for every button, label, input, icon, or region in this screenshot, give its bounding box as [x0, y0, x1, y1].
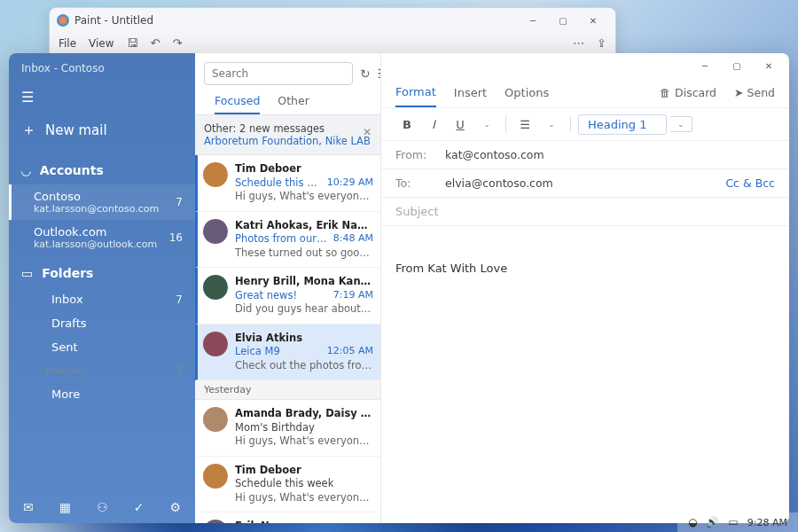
paint-menubar: File View 🖫 ↶ ↷ ⋯ ⇪	[50, 33, 615, 53]
mail-icon[interactable]: ✉	[23, 500, 34, 514]
settings-icon[interactable]: ⚙	[169, 500, 181, 514]
bold-button[interactable]: B	[395, 113, 419, 135]
account-contoso[interactable]: Contoso kat.larsson@contoso.com 7	[9, 184, 195, 220]
folders-header[interactable]: ▭ Folders	[9, 255, 195, 287]
bullets-dropdown-icon[interactable]: ⌄	[540, 113, 563, 135]
account-count: 7	[176, 196, 183, 208]
message-preview: Did you guys hear about Robin's	[235, 302, 373, 317]
message-time: 8:48 AM	[333, 232, 373, 246]
message-subject: Schedule this week	[235, 176, 324, 191]
tab-other[interactable]: Other	[278, 94, 309, 114]
folder-drafts[interactable]: Drafts	[9, 311, 195, 335]
paint-titlebar[interactable]: Paint - Untitled ─ ▢ ✕	[50, 8, 615, 33]
folder-inbox[interactable]: Inbox7	[9, 287, 195, 311]
todo-icon[interactable]: ✓	[134, 500, 145, 514]
save-icon[interactable]: 🖫	[127, 36, 138, 50]
plus-icon: ＋	[21, 120, 36, 140]
message-item[interactable]: Henry Brill, Mona Kane, Cecil FolkGreat …	[195, 268, 380, 325]
to-label: To:	[395, 176, 433, 190]
other-banner-title: Other: 2 new messages	[204, 122, 372, 135]
message-item[interactable]: Erik Nason	[195, 512, 380, 523]
accounts-header[interactable]: ◡ Accounts	[9, 153, 195, 184]
message-sender: Tim Deboer	[235, 162, 373, 176]
message-preview: Hi guys, What's everyone's schedule	[235, 491, 373, 505]
message-list-pane: ↻ ☷ Focused Other Other: 2 new messages …	[195, 53, 381, 523]
message-item[interactable]: Katri Ahokas, Erik NasonPhotos from our …	[195, 212, 380, 269]
underline-button[interactable]: U	[449, 113, 472, 135]
folder-label: Sent	[51, 340, 183, 354]
hamburger-icon[interactable]: ☰	[9, 83, 195, 107]
date-separator: Yesterday	[195, 380, 380, 400]
tab-options[interactable]: Options	[505, 79, 549, 106]
wifi-icon[interactable]: ◒	[688, 516, 697, 528]
sidebar-bottom-icons: ✉ ▦ ⚇ ✓ ⚙	[9, 491, 195, 523]
people-icon[interactable]: ⚇	[97, 500, 108, 514]
close-button[interactable]: ✕	[754, 57, 784, 74]
close-button[interactable]: ✕	[578, 12, 608, 29]
account-email: kat.larsson@outlook.com	[34, 239, 169, 250]
message-item[interactable]: Elvia AtkinsLeica M912:05 AMCheck out th…	[195, 325, 380, 381]
overflow-icon[interactable]: ⋯	[573, 36, 584, 50]
clock[interactable]: 9:28 AM	[747, 517, 787, 528]
paint-app-icon	[57, 14, 69, 27]
message-sender: Erik Nason	[235, 520, 373, 523]
minimize-button[interactable]: ─	[518, 12, 548, 29]
avatar	[203, 464, 228, 489]
tab-format[interactable]: Format	[395, 78, 436, 107]
volume-icon[interactable]: 🔊	[706, 516, 719, 528]
compose-pane: ─ ▢ ✕ Format Insert Options 🗑Discard ➤Se…	[381, 53, 789, 523]
sync-icon[interactable]: ↻	[360, 66, 371, 81]
account-outlook[interactable]: Outlook.com kat.larsson@outlook.com 16	[9, 220, 195, 255]
message-time: 12:05 AM	[327, 345, 373, 359]
format-toolbar: B I U ⌄ ☰ ⌄ Heading 1 ⌄	[381, 108, 789, 141]
message-item[interactable]: Amanda Brady, Daisy PhillipsMom's Birthd…	[195, 400, 380, 457]
message-preview: Check out the photos from this week	[235, 359, 373, 373]
menu-file[interactable]: File	[59, 37, 76, 50]
other-banner[interactable]: Other: 2 new messages Arboretum Foundati…	[195, 114, 380, 155]
menu-view[interactable]: View	[89, 37, 113, 50]
share-icon[interactable]: ⇪	[597, 36, 606, 50]
cc-bcc-button[interactable]: Cc & Bcc	[725, 176, 775, 190]
taskbar-tray: ◒ 🔊 ▭ 9:28 AM	[677, 512, 798, 532]
heading-dropdown-icon[interactable]: ⌄	[670, 116, 692, 132]
font-dropdown-icon[interactable]: ⌄	[475, 113, 498, 135]
folder-financials[interactable]: Financials3	[9, 359, 195, 382]
from-value[interactable]: kat@contoso.com	[445, 148, 544, 161]
tab-focused[interactable]: Focused	[215, 94, 260, 114]
avatar	[203, 407, 228, 432]
trash-icon: 🗑	[660, 86, 671, 99]
calendar-icon[interactable]: ▦	[59, 500, 71, 514]
message-item[interactable]: Tim DeboerSchedule this weekHi guys, Wha…	[195, 457, 380, 513]
new-mail-button[interactable]: ＋ New mail	[9, 107, 195, 153]
message-preview: These turned out so good! xx	[235, 246, 373, 261]
avatar	[203, 332, 228, 356]
message-item[interactable]: Tim DeboerSchedule this week10:29 AMHi g…	[195, 155, 380, 212]
window-title: Inbox - Contoso	[9, 53, 195, 83]
undo-icon[interactable]: ↶	[151, 36, 160, 50]
maximize-button[interactable]: ▢	[548, 12, 578, 29]
tab-insert[interactable]: Insert	[454, 79, 487, 106]
avatar	[203, 275, 228, 300]
send-button[interactable]: ➤Send	[734, 86, 775, 99]
to-value[interactable]: elvia@contoso.com	[445, 176, 553, 190]
folder-more[interactable]: More	[9, 382, 195, 406]
subject-field[interactable]: Subject	[381, 198, 789, 226]
message-time: 10:29 AM	[327, 176, 373, 191]
search-input[interactable]	[204, 62, 353, 85]
folder-sent[interactable]: Sent	[9, 335, 195, 359]
folder-label: Inbox	[51, 293, 176, 306]
redo-icon[interactable]: ↷	[172, 36, 182, 50]
account-email: kat.larsson@contoso.com	[34, 203, 176, 215]
close-icon[interactable]: ✕	[363, 126, 372, 138]
bullets-button[interactable]: ☰	[513, 113, 536, 135]
from-field: From: kat@contoso.com	[381, 141, 789, 169]
heading-select[interactable]: Heading 1	[578, 114, 667, 135]
account-name: Contoso	[34, 190, 176, 203]
battery-icon[interactable]: ▭	[728, 516, 738, 528]
compose-body[interactable]: From Kat With Love	[381, 226, 789, 310]
other-banner-sub: Arboretum Foundation, Nike LAB	[204, 135, 372, 147]
minimize-button[interactable]: ─	[690, 57, 720, 74]
italic-button[interactable]: I	[422, 113, 445, 135]
discard-button[interactable]: 🗑Discard	[660, 86, 716, 99]
maximize-button[interactable]: ▢	[722, 57, 752, 74]
